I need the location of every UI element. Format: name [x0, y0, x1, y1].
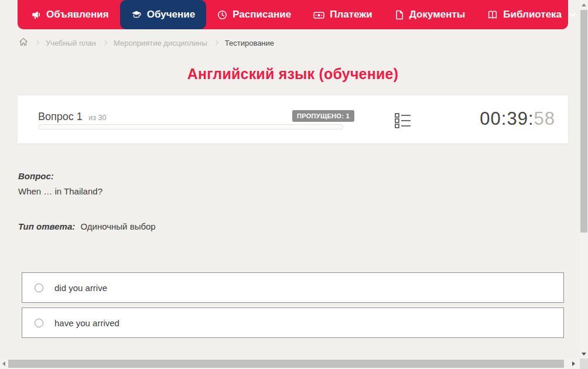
answer-type-row: Тип ответа: Одиночный выбор	[18, 221, 545, 231]
timer-hours-minutes: 00:39:	[480, 108, 534, 129]
breadcrumb-curriculum[interactable]: Учебный план	[46, 39, 96, 47]
question-text: When … in Thailand?	[18, 186, 545, 196]
nav-item-label: Расписание	[233, 9, 291, 20]
breadcrumb-testing: Тестирование	[225, 39, 274, 47]
question-counter: Вопрос 1 из 30	[38, 111, 106, 123]
page-title: Английский язык (обучение)	[0, 66, 586, 83]
nav-item-payments[interactable]: Платежи	[302, 0, 384, 29]
nav-item-label: Обучение	[147, 9, 195, 20]
breadcrumb: Учебный план Мероприятие дисциплины Тест…	[19, 36, 274, 49]
answer-type-label: Тип ответа:	[18, 221, 75, 231]
nav-item-learning[interactable]: Обучение	[120, 0, 206, 29]
timer-seconds: 58	[534, 108, 555, 129]
question-number: Вопрос 1	[38, 111, 83, 122]
scroll-right-arrow-icon[interactable]	[572, 361, 575, 366]
nav-item-label: Библиотека	[503, 9, 562, 20]
question-label: Вопрос:	[18, 171, 545, 181]
megaphone-icon	[31, 10, 41, 20]
cash-icon	[313, 10, 324, 20]
horizontal-scrollbar[interactable]	[0, 358, 580, 369]
nav-item-label: Платежи	[330, 9, 372, 20]
scroll-up-arrow-icon[interactable]	[582, 4, 586, 6]
timer: 00:39:58	[480, 108, 555, 129]
document-icon	[395, 10, 404, 20]
radio-button-icon[interactable]	[35, 319, 43, 327]
book-icon	[487, 10, 498, 20]
clock-icon	[217, 10, 227, 20]
answer-option-label: have you arrived	[54, 318, 119, 328]
answer-option-label: did you arrive	[54, 283, 107, 293]
breadcrumb-discipline-event[interactable]: Мероприятие дисциплины	[114, 39, 207, 47]
vertical-scrollbar[interactable]	[580, 0, 588, 358]
home-icon[interactable]	[19, 37, 28, 48]
test-header-card: Вопрос 1 из 30 ПРОПУЩЕНО: 1 00:39:58	[18, 95, 568, 144]
breadcrumb-separator-icon	[102, 40, 107, 45]
progress-bar	[38, 124, 343, 129]
radio-button-icon[interactable]	[35, 283, 43, 292]
nav-item-library[interactable]: Библиотека	[476, 0, 585, 29]
scrollbar-corner	[580, 358, 588, 369]
answer-option[interactable]: did you arrive	[22, 272, 564, 303]
nav-item-schedule[interactable]: Расписание	[206, 0, 302, 29]
answer-type-value: Одиночный выбор	[80, 221, 155, 231]
nav-item-announcements[interactable]: Объявления	[20, 0, 120, 29]
skipped-badge: ПРОПУЩЕНО: 1	[292, 110, 354, 122]
nav-item-label: Документы	[409, 9, 466, 20]
scroll-down-arrow-icon[interactable]	[582, 353, 586, 356]
question-block: Вопрос: When … in Thailand? Тип ответа: …	[18, 171, 545, 231]
top-navbar: Объявления Обучение Расписание Платежи Д…	[18, 0, 568, 29]
nav-item-documents[interactable]: Документы	[384, 0, 477, 29]
question-list-button[interactable]	[394, 112, 412, 132]
horizontal-scrollbar-thumb[interactable]	[8, 360, 564, 368]
scroll-left-arrow-icon[interactable]	[2, 361, 5, 366]
breadcrumb-separator-icon	[35, 40, 39, 45]
chevron-down-icon	[569, 11, 576, 17]
breadcrumb-separator-icon	[214, 40, 218, 45]
answer-option[interactable]: have you arrived	[22, 308, 564, 338]
graduation-cap-icon	[131, 9, 142, 20]
page: Объявления Обучение Расписание Платежи Д…	[0, 0, 588, 369]
question-total: из 30	[88, 114, 106, 122]
vertical-scrollbar-thumb[interactable]	[580, 10, 587, 233]
nav-item-label: Объявления	[46, 9, 109, 20]
